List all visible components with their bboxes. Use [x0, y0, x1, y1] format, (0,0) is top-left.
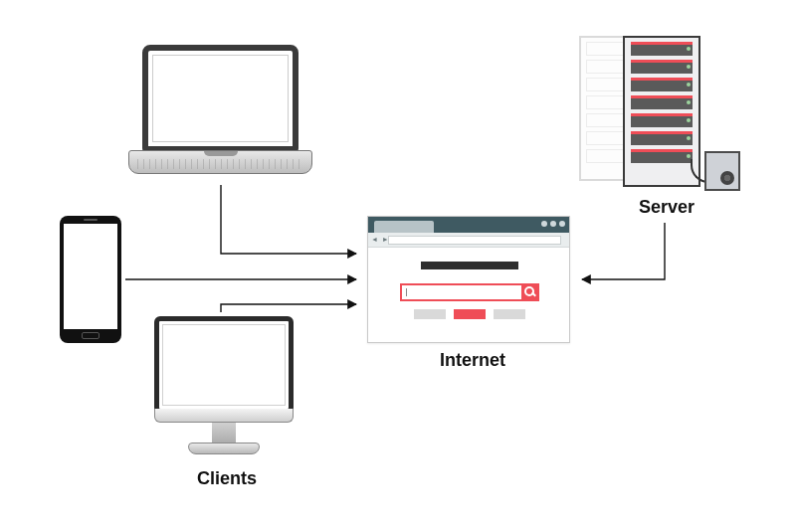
- browser-address-bar: ◄ ►: [368, 233, 569, 248]
- arrow-laptop-to-internet: [221, 185, 356, 254]
- browser-tab-bar: [368, 217, 569, 233]
- server-rack-primary: [623, 36, 700, 187]
- client-desktop: [154, 316, 294, 460]
- page-heading-bar: [421, 262, 518, 269]
- diagram-stage: ◄ ► Clients Internet: [0, 0, 796, 532]
- desktop-stand-neck: [212, 423, 236, 444]
- result-pill: [494, 309, 525, 319]
- server-unit: [631, 113, 693, 127]
- server-unit: [631, 60, 693, 74]
- server-unit: [631, 42, 693, 56]
- browser-nav-icon: ◄ ►: [371, 236, 390, 243]
- result-pill: [414, 309, 446, 319]
- internet-browser: ◄ ►: [367, 216, 570, 343]
- clients-label: Clients: [187, 468, 267, 489]
- search-icon: [521, 283, 539, 301]
- client-laptop: [128, 45, 312, 179]
- browser-viewport: [368, 248, 569, 343]
- arrow-server-to-internet: [582, 223, 665, 279]
- arrow-desktop-to-internet: [221, 304, 356, 312]
- server-unit: [631, 78, 693, 91]
- laptop-screen: [142, 45, 298, 152]
- internet-label: Internet: [428, 350, 517, 371]
- server-rack: [579, 36, 748, 195]
- desktop-screen: [154, 316, 294, 414]
- laptop-keyboard: [128, 150, 312, 174]
- client-smartphone: [60, 216, 121, 343]
- desktop-bezel: [154, 409, 294, 423]
- desktop-stand-foot: [188, 443, 260, 454]
- server-unit: [631, 131, 693, 145]
- server-label: Server: [627, 197, 706, 218]
- search-field: [400, 283, 539, 301]
- phone-screen: [64, 224, 117, 329]
- result-pill-active: [454, 309, 486, 319]
- server-unit: [631, 95, 693, 109]
- server-tower: [704, 151, 740, 191]
- window-controls-icon: [541, 221, 565, 227]
- browser-tab: [374, 221, 434, 233]
- server-unit: [631, 149, 693, 163]
